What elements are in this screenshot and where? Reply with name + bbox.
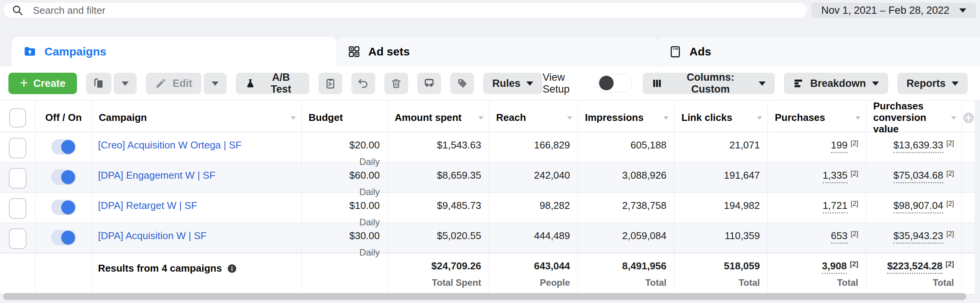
purchases-value[interactable]: 653 [831, 230, 848, 244]
add-column-icon[interactable] [963, 112, 974, 124]
reports-button[interactable]: Reports [897, 73, 968, 94]
attribution-note: [2] [850, 260, 858, 268]
rules-button[interactable]: Rules [483, 73, 543, 94]
purchases-value[interactable]: 1,335 [823, 169, 848, 183]
campaign-name-cell: [DPA] Engagement W | SF [92, 163, 302, 197]
edit-button[interactable]: Edit [146, 73, 201, 94]
sort-caret-icon [855, 116, 861, 120]
table-header-row: Off / On Campaign Budget Amount spent Re… [0, 101, 975, 132]
conversion-value[interactable]: $13,639.33 [893, 139, 943, 153]
duplicate-split-button [86, 73, 137, 94]
conversion-value[interactable]: $98,907.04 [893, 200, 943, 213]
column-header-impressions[interactable]: Impressions [578, 101, 675, 135]
columns-button[interactable]: Columns: Custom [643, 73, 775, 94]
chevron-down-icon [212, 81, 219, 86]
campaign-header-label: Campaign [99, 112, 147, 124]
clipboard-button[interactable] [318, 73, 342, 94]
attribution-note: [2] [851, 200, 858, 207]
reach-cell: 98,282 [489, 193, 578, 228]
row-toggle-cell [36, 193, 92, 228]
rules-label: Rules [492, 78, 521, 90]
date-range-button[interactable]: Nov 1, 2021 – Feb 28, 2022 [811, 3, 976, 18]
duplicate-icon [93, 77, 105, 90]
conversion-value-header-label: Purchases conversion value [873, 101, 946, 135]
results-summary-row: Results from 4 campaigns $24,709.26Total… [0, 253, 975, 295]
column-header-link-clicks[interactable]: Link clicks [675, 101, 768, 135]
row-checkbox[interactable] [9, 228, 26, 249]
export-button[interactable] [417, 73, 441, 94]
purchases-total[interactable]: 3,908 [822, 260, 847, 274]
conversion-value-total[interactable]: $223,524.28 [887, 260, 942, 274]
campaign-link[interactable]: [DPA] Retarget W | SF [98, 200, 197, 211]
campaign-name-cell: [DPA] Acquisition W | SF [92, 223, 302, 258]
attribution-note: [2] [851, 139, 858, 147]
delete-button[interactable] [384, 73, 408, 94]
duplicate-caret-button[interactable] [114, 73, 137, 94]
column-header-reach[interactable]: Reach [489, 101, 578, 135]
tab-campaigns-label: Campaigns [44, 45, 106, 58]
sort-caret-icon [291, 116, 296, 120]
create-button[interactable]: + Create [8, 73, 77, 94]
tag-icon [456, 78, 468, 89]
purchases-cell: 1,721[2] [768, 193, 866, 228]
purchases-value[interactable]: 199 [831, 139, 848, 153]
empty-cell [962, 253, 975, 294]
info-icon[interactable] [227, 263, 237, 274]
ab-test-button[interactable]: A/B Test [236, 73, 309, 94]
table-row: [DPA] Retarget W | SF $10.00Daily $9,485… [0, 193, 975, 223]
tab-ads[interactable]: Ads [657, 37, 980, 67]
ab-test-label: A/B Test [262, 72, 300, 95]
edit-caret-button[interactable] [204, 73, 227, 94]
tag-button[interactable] [450, 73, 474, 94]
link-clicks-sublabel: Total [675, 277, 760, 288]
tab-campaigns[interactable]: Campaigns [11, 37, 337, 67]
conversion-value[interactable]: $35,943.23 [893, 230, 943, 244]
duplicate-button[interactable] [86, 73, 111, 94]
toolbar: + Create Edit A/B Test [0, 67, 980, 100]
campaign-name-cell: [DPA] Retarget W | SF [92, 193, 302, 228]
clipboard-icon [325, 78, 336, 89]
row-select-cell [0, 132, 36, 167]
tab-adsets[interactable]: Ad sets [336, 37, 658, 67]
results-label: Results from 4 campaigns [98, 262, 222, 274]
undo-button[interactable] [351, 73, 375, 94]
column-header-campaign[interactable]: Campaign [92, 101, 302, 135]
select-all-checkbox[interactable] [9, 108, 26, 127]
conversion-value-cell: $35,943.23[2] [866, 223, 962, 258]
toggle-knob [61, 140, 75, 154]
column-header-purchases[interactable]: Purchases [768, 101, 866, 135]
row-checkbox[interactable] [9, 168, 26, 189]
breakdown-button[interactable]: Breakdown [784, 73, 888, 94]
campaign-toggle[interactable] [51, 200, 76, 215]
chevron-down-icon [952, 81, 959, 86]
link-clicks-cell: 194,982 [675, 193, 768, 228]
pencil-icon [155, 78, 167, 89]
columns-icon [652, 78, 662, 89]
campaign-link[interactable]: [Creo] Acquisition W Ortega | SF [98, 139, 242, 151]
purchases-value[interactable]: 1,721 [823, 200, 848, 213]
row-checkbox[interactable] [9, 138, 26, 158]
budget-cell: $20.00Daily [302, 132, 388, 167]
row-checkbox[interactable] [9, 198, 26, 219]
reach-header-label: Reach [496, 112, 526, 124]
attribution-note: [2] [946, 169, 954, 177]
campaign-link[interactable]: [DPA] Acquisition W | SF [98, 230, 207, 241]
horizontal-scrollbar[interactable] [3, 293, 966, 300]
column-header-amount-spent[interactable]: Amount spent [388, 101, 489, 135]
column-header-budget[interactable]: Budget [302, 101, 388, 135]
sort-caret-icon [663, 116, 669, 120]
campaign-toggle[interactable] [51, 169, 76, 185]
campaign-toggle[interactable] [51, 139, 76, 155]
search-bar[interactable] [4, 3, 807, 18]
undo-icon [357, 77, 369, 90]
campaign-link[interactable]: [DPA] Engagement W | SF [98, 169, 216, 181]
toolbar-left-group: + Create Edit A/B Test [8, 73, 542, 94]
campaign-toggle[interactable] [51, 230, 76, 245]
reports-label: Reports [906, 78, 946, 90]
column-header-conversion-value[interactable]: Purchases conversion value [866, 101, 962, 135]
row-toggle-cell [36, 163, 92, 197]
view-setup-toggle[interactable] [598, 74, 632, 93]
edit-button-label: Edit [173, 78, 192, 90]
conversion-value[interactable]: $75,034.68 [893, 169, 943, 183]
search-input[interactable] [32, 4, 799, 17]
